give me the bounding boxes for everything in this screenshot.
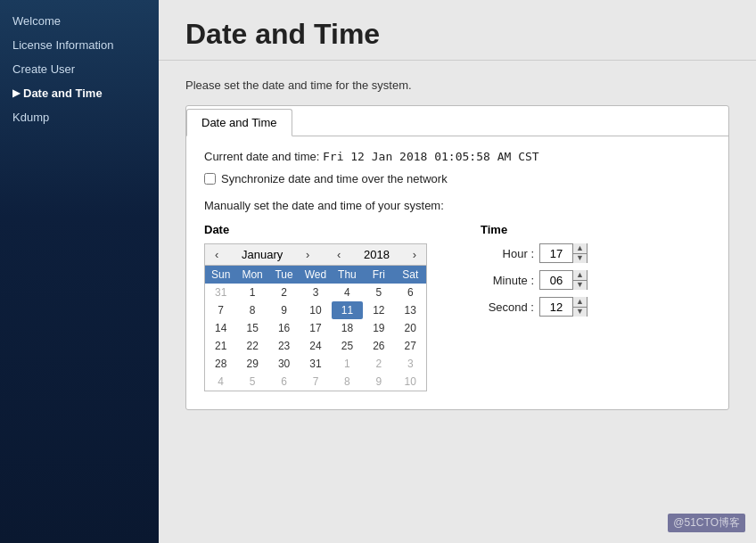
cal-day-cell[interactable]: 15	[236, 319, 267, 337]
cal-day-cell[interactable]: 9	[268, 301, 300, 319]
sync-checkbox[interactable]	[204, 173, 216, 185]
tab-body: Current date and time: Fri 12 Jan 2018 0…	[186, 136, 728, 409]
prev-year-button[interactable]: ‹	[333, 247, 345, 262]
sidebar-item-kdump[interactable]: Kdump	[0, 105, 159, 129]
cal-day-cell[interactable]: 23	[268, 337, 300, 355]
cal-day-cell[interactable]: 5	[236, 373, 267, 391]
cal-day-cell[interactable]: 28	[205, 355, 236, 373]
hour-up-button[interactable]: ▲	[573, 243, 587, 254]
cal-day-cell[interactable]: 31	[300, 355, 331, 373]
minute-input-wrap: ▲ ▼	[539, 270, 588, 290]
cal-day-cell[interactable]: 2	[363, 355, 394, 373]
second-up-button[interactable]: ▲	[573, 297, 587, 308]
sync-label: Synchronize date and time over the netwo…	[221, 172, 448, 185]
hour-row: Hour : ▲ ▼	[481, 243, 588, 263]
sidebar-item-label: License Information	[12, 38, 113, 52]
second-label: Second :	[481, 300, 534, 314]
current-datetime-label: Current date and time:	[204, 150, 319, 163]
cal-day-cell[interactable]: 3	[395, 355, 426, 373]
cal-day-cell[interactable]: 29	[236, 355, 267, 373]
cal-day-cell[interactable]: 17	[300, 319, 331, 337]
cal-day-cell[interactable]: 7	[205, 301, 236, 319]
second-down-button[interactable]: ▼	[573, 308, 587, 317]
manual-label: Manually set the date and time of your s…	[204, 199, 711, 212]
cal-day-cell[interactable]: 6	[395, 284, 426, 301]
cal-day-header: Thu	[332, 266, 363, 284]
cal-day-header: Wed	[300, 266, 331, 284]
second-input-wrap: ▲ ▼	[539, 297, 588, 317]
cal-day-cell[interactable]: 3	[300, 284, 331, 301]
next-year-button[interactable]: ›	[408, 247, 421, 262]
sidebar-item-label: Date and Time	[23, 86, 103, 100]
cal-day-cell[interactable]: 10	[300, 301, 331, 319]
cal-day-cell[interactable]: 1	[332, 355, 363, 373]
cal-day-cell[interactable]: 2	[268, 284, 300, 301]
cal-day-header: Sun	[205, 266, 236, 284]
date-section-title: Date	[204, 223, 427, 236]
cal-day-cell[interactable]: 14	[205, 319, 236, 337]
page-description: Please set the date and time for the sys…	[185, 78, 729, 92]
tab-header: Date and Time	[186, 106, 728, 136]
cal-day-cell[interactable]: 8	[332, 373, 363, 391]
cal-day-header: Mon	[236, 266, 267, 284]
hour-label: Hour :	[481, 247, 534, 260]
cal-day-cell[interactable]: 21	[205, 337, 236, 355]
cal-day-cell[interactable]: 19	[363, 319, 394, 337]
minute-up-button[interactable]: ▲	[573, 270, 587, 281]
cal-day-header: Sat	[395, 266, 426, 284]
tab-date-and-time[interactable]: Date and Time	[186, 109, 292, 136]
calendar: ‹ January › ‹ 2018 › SunMonTueWedThuFriS…	[204, 243, 427, 391]
cal-day-cell[interactable]: 22	[236, 337, 267, 355]
cal-day-cell[interactable]: 11	[332, 301, 363, 319]
calendar-month: January	[242, 248, 283, 261]
cal-day-cell[interactable]: 9	[363, 373, 394, 391]
cal-day-cell[interactable]: 4	[332, 284, 363, 301]
cal-day-cell[interactable]: 16	[268, 319, 300, 337]
cal-day-cell[interactable]: 25	[332, 337, 363, 355]
sync-row: Synchronize date and time over the netwo…	[204, 172, 711, 185]
minute-row: Minute : ▲ ▼	[481, 270, 588, 290]
cal-day-cell[interactable]: 5	[363, 284, 394, 301]
page-header: Date and Time	[159, 0, 756, 61]
cal-day-cell[interactable]: 6	[268, 373, 300, 391]
calendar-year: 2018	[364, 248, 390, 261]
cal-day-cell[interactable]: 24	[300, 337, 331, 355]
sidebar-item-date-and-time[interactable]: ▶ Date and Time	[0, 81, 159, 105]
sidebar-item-label: Create User	[12, 62, 75, 76]
cal-day-cell[interactable]: 31	[205, 284, 236, 301]
current-datetime-row: Current date and time: Fri 12 Jan 2018 0…	[204, 150, 711, 163]
cal-day-cell[interactable]: 26	[363, 337, 394, 355]
hour-spinners: ▲ ▼	[572, 243, 587, 263]
cal-day-cell[interactable]: 4	[205, 373, 236, 391]
cal-day-cell[interactable]: 18	[332, 319, 363, 337]
cal-day-cell[interactable]: 13	[395, 301, 426, 319]
cal-day-cell[interactable]: 30	[268, 355, 300, 373]
minute-label: Minute :	[481, 274, 534, 287]
sidebar-item-create-user[interactable]: Create User	[0, 57, 159, 81]
cal-day-cell[interactable]: 7	[300, 373, 331, 391]
hour-down-button[interactable]: ▼	[573, 254, 587, 264]
cal-day-cell[interactable]: 12	[363, 301, 394, 319]
cal-day-cell[interactable]: 20	[395, 319, 426, 337]
calendar-grid: SunMonTueWedThuFriSat 311234567891011121…	[205, 266, 426, 391]
prev-month-button[interactable]: ‹	[210, 247, 223, 262]
cal-day-cell[interactable]: 27	[395, 337, 426, 355]
cal-day-cell[interactable]: 10	[395, 373, 426, 391]
page-title: Date and Time	[185, 18, 729, 51]
cal-day-cell[interactable]: 8	[236, 301, 267, 319]
watermark: @51CTO博客	[668, 514, 745, 532]
next-month-button[interactable]: ›	[301, 247, 314, 262]
sidebar-item-license-information[interactable]: License Information	[0, 33, 159, 57]
minute-down-button[interactable]: ▼	[573, 281, 587, 291]
second-input[interactable]	[540, 300, 572, 315]
hour-input-wrap: ▲ ▼	[539, 243, 588, 263]
tab-container: Date and Time Current date and time: Fri…	[185, 105, 729, 410]
current-datetime-value: Fri 12 Jan 2018 01:05:58 AM CST	[323, 150, 539, 163]
minute-input[interactable]	[540, 273, 572, 288]
hour-input[interactable]	[540, 246, 572, 261]
time-section-title: Time	[481, 223, 588, 236]
sidebar-item-welcome[interactable]: Welcome	[0, 9, 159, 33]
second-row: Second : ▲ ▼	[481, 297, 588, 317]
sidebar-item-label: Welcome	[12, 14, 61, 28]
cal-day-cell[interactable]: 1	[236, 284, 267, 301]
